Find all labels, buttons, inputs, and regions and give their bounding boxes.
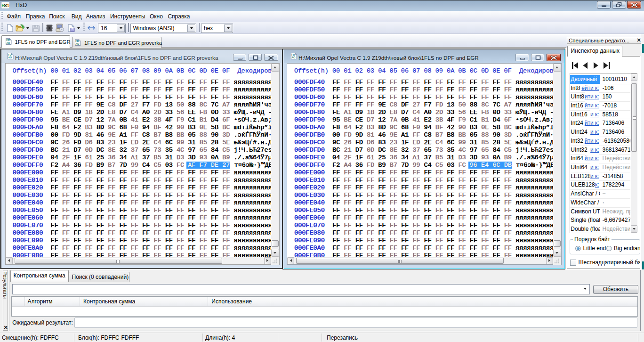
svg-text:AO: AO (75, 42, 79, 45)
svg-text:D: D (6, 2, 9, 8)
svg-text:AO: AO (291, 56, 295, 59)
svg-text:AO: AO (8, 56, 12, 59)
svg-text:AO: AO (6, 41, 10, 44)
